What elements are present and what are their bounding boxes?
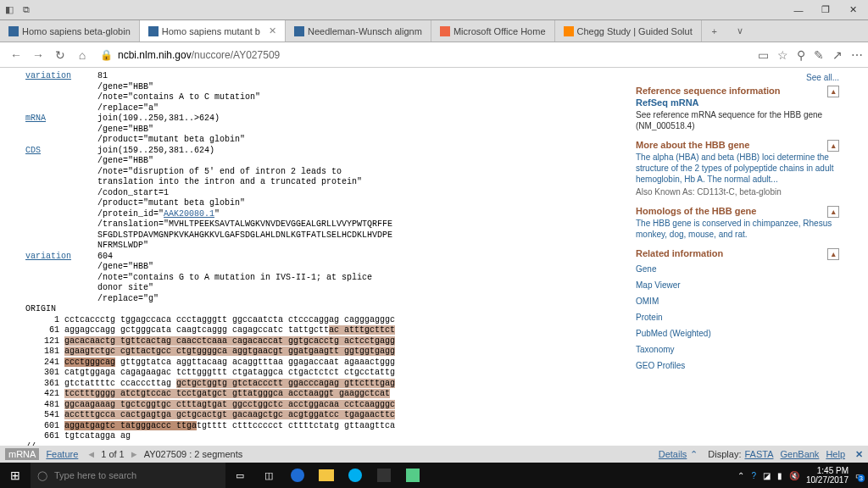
feature-position: 1 of 1 <box>101 449 125 459</box>
battery-icon[interactable]: ◪ <box>763 471 771 480</box>
taskbar-search[interactable]: ◯ Type here to search <box>31 463 225 488</box>
new-tab-button[interactable]: + <box>702 20 727 42</box>
feature-link[interactable]: Feature <box>46 449 78 459</box>
svg-rect-4 <box>406 469 420 482</box>
url-field[interactable]: 🔒 ncbi.nlm.nih.gov/nuccore/AY027509 <box>93 49 758 61</box>
back-button[interactable]: ← <box>5 44 27 66</box>
feature-variation-link[interactable]: variation <box>25 252 71 261</box>
window-titlebar: ◧ ⧉ — ❐ ✕ <box>0 0 868 20</box>
share-icon[interactable]: ↗ <box>832 48 843 62</box>
sidebar: See all... Reference sequence informatio… <box>631 68 868 446</box>
set-aside-icon[interactable]: ⧉ <box>19 3 34 18</box>
related-link[interactable]: PubMed (Weighted) <box>636 328 839 339</box>
sequence-row: 61aggagccagg gctgggcata caagtcaggg cagag… <box>25 325 605 336</box>
favorites-list-icon[interactable]: ⚲ <box>797 48 805 62</box>
start-button[interactable]: ⊞ <box>0 469 31 482</box>
favicon-icon <box>294 26 304 36</box>
tray-overflow-icon[interactable]: ⌃ <box>737 471 744 480</box>
tab-close-icon[interactable]: ✕ <box>264 25 276 36</box>
tab-5[interactable]: Chegg Study | Guided Solut <box>555 20 702 42</box>
feature-mrna-link[interactable]: mRNA <box>25 114 46 123</box>
help-link[interactable]: Help <box>826 449 845 459</box>
tab-4[interactable]: Microsoft Office Home <box>431 20 555 42</box>
settings-more-icon[interactable]: ⋯ <box>851 48 863 62</box>
close-button[interactable]: ✕ <box>839 0 866 20</box>
favicon-icon <box>440 26 450 36</box>
see-all-link[interactable]: See all... <box>806 73 839 82</box>
refseq-mrna-link[interactable]: RefSeq mRNA <box>636 97 839 108</box>
favicon-icon <box>8 26 19 36</box>
sidebar-reference-block: Reference sequence information▴ RefSeq m… <box>636 86 839 131</box>
display-fasta-link[interactable]: FASTA <box>744 449 773 459</box>
explorer-icon[interactable] <box>312 463 341 488</box>
sequence-row: 1cctcaccctg tggagccaca ccctagggtt ggccaa… <box>25 315 605 326</box>
related-link[interactable]: Taxonomy <box>636 344 839 355</box>
related-link[interactable]: Gene <box>636 263 839 274</box>
svg-rect-1 <box>319 469 334 481</box>
svg-rect-3 <box>377 469 391 482</box>
maximize-button[interactable]: ❐ <box>812 0 839 20</box>
wifi-icon[interactable]: ▮ <box>777 471 782 480</box>
sequence-row: 121gacacaactg tgttcactag caacctcaaa caga… <box>25 336 605 347</box>
protein-id-link[interactable]: AAK20080.1 <box>164 209 214 219</box>
sidebar-more-block: More about the HBB gene▴ The alpha (HBA)… <box>636 140 839 197</box>
collapse-icon[interactable]: ▴ <box>827 206 839 218</box>
sequence-row: 541acctttgcca cactgagtga gctgcactgt gaca… <box>25 410 605 421</box>
feature-type-badge: mRNA <box>5 448 39 460</box>
app-icon[interactable] <box>398 463 427 488</box>
tab-3[interactable]: Needleman-Wunsch alignm <box>286 20 431 42</box>
sequence-row: 661tgtcatagga ag <box>25 431 605 442</box>
sequence-row: 361gtctattttc ccacccttag gctgctggtg gtct… <box>25 379 605 390</box>
tab-preview-icon[interactable]: ◧ <box>2 3 17 18</box>
collapse-icon[interactable]: ▴ <box>827 248 839 260</box>
volume-icon[interactable]: 🔇 <box>789 471 799 480</box>
reading-view-icon[interactable]: ▭ <box>758 48 769 62</box>
next-feature-button[interactable]: ► <box>130 449 139 459</box>
sidebar-related-block: Related information▴ GeneMap ViewerOMIMP… <box>636 248 839 371</box>
help-icon[interactable]: ? <box>751 471 756 480</box>
notes-icon[interactable]: ✎ <box>814 48 824 62</box>
sequence-row: 181agaagtctgc cgttactgcc ctgtggggca aggt… <box>25 347 605 358</box>
feature-cds-link[interactable]: CDS <box>25 146 41 155</box>
details-link[interactable]: Details <box>659 449 687 459</box>
reload-button[interactable]: ↻ <box>49 44 71 66</box>
task-view-icon[interactable]: ▭ <box>225 463 254 488</box>
home-button[interactable]: ⌂ <box>71 44 93 66</box>
edge-icon[interactable] <box>283 463 312 488</box>
related-link[interactable]: Map Viewer <box>636 280 839 291</box>
related-link[interactable]: Protein <box>636 312 839 323</box>
system-tray[interactable]: ⌃ ? ◪ ▮ 🔇 1:45 PM10/27/2017 ▭3 <box>732 466 868 485</box>
lock-icon: 🔒 <box>100 49 113 61</box>
sequence-row: 601aggatgagtc tatgggaccc ttgatgtttt cttt… <box>25 421 605 432</box>
sequence-row: 481ggcaagaaag tgctcggtgc ctttagtgat ggcc… <box>25 400 605 411</box>
skype-icon[interactable] <box>341 463 370 488</box>
store-icon[interactable] <box>370 463 398 488</box>
favicon-icon <box>564 26 574 36</box>
homologs-link[interactable]: The HBB gene is conserved in chimpanzee,… <box>636 218 839 240</box>
svg-point-0 <box>291 469 304 482</box>
tab-1[interactable]: Homo sapiens beta-globin <box>0 20 140 42</box>
forward-button[interactable]: → <box>27 44 49 66</box>
action-center-icon[interactable]: ▭3 <box>855 471 863 480</box>
related-link[interactable]: OMIM <box>636 296 839 307</box>
people-icon[interactable]: ◫ <box>254 463 283 488</box>
gene-description-link[interactable]: The alpha (HBA) and beta (HBB) loci dete… <box>636 152 839 185</box>
taskbar: ⊞ ◯ Type here to search ▭ ◫ ⌃ ? ◪ ▮ 🔇 1:… <box>0 463 868 488</box>
genbank-record: variation81 /gene="HBB" /note="contains … <box>0 68 631 446</box>
display-genbank-link[interactable]: GenBank <box>781 449 820 459</box>
collapse-icon[interactable]: ▴ <box>827 140 839 152</box>
minimize-button[interactable]: — <box>785 0 812 20</box>
tab-2-active[interactable]: Homo sapiens mutant b✕ <box>140 20 286 42</box>
tab-strip: Homo sapiens beta-globin Homo sapiens mu… <box>0 20 868 42</box>
favorite-icon[interactable]: ☆ <box>777 48 788 62</box>
collapse-icon[interactable]: ▴ <box>827 86 839 97</box>
address-bar: ← → ↻ ⌂ 🔒 ncbi.nlm.nih.gov/nuccore/AY027… <box>0 42 868 68</box>
clock[interactable]: 1:45 PM10/27/2017 <box>806 466 849 485</box>
related-link[interactable]: GEO Profiles <box>636 360 839 371</box>
feature-variation-link[interactable]: variation <box>25 71 71 80</box>
sidebar-homologs-block: Homologs of the HBB gene▴ The HBB gene i… <box>636 206 839 240</box>
close-feature-bar-button[interactable]: ✕ <box>855 449 863 460</box>
tab-more-button[interactable]: ∨ <box>727 20 753 42</box>
prev-feature-button[interactable]: ◄ <box>86 449 96 459</box>
search-icon: ◯ <box>37 470 47 481</box>
